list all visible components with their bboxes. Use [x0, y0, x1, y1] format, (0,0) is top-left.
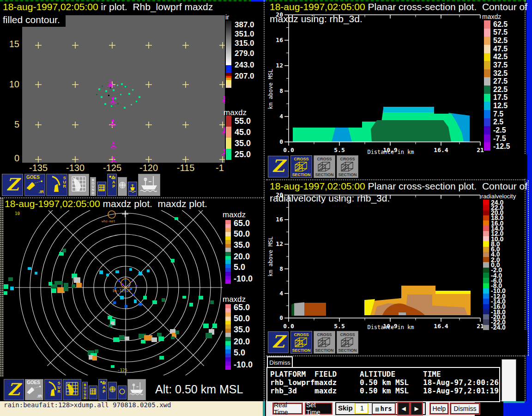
svg-text:4: 4	[279, 113, 283, 120]
svg-text:5.5: 5.5	[334, 323, 345, 330]
radar-center-annotation: b<-125-R	[113, 289, 131, 293]
real-time-button[interactable]: Real Time	[273, 404, 302, 414]
ir-colorbar-ticks: 387.0351.0315.0279.0243.0207.0	[235, 21, 264, 88]
blue-corner	[503, 401, 532, 416]
svg-text:21: 21	[477, 147, 484, 153]
toolbar-button-cross-section-icon[interactable]: CROSSSECTION	[337, 155, 358, 178]
xsec-maxdz-toolbar: ZCROSSSECTIONCROSSSECTIONCROSSSECTION	[266, 154, 527, 179]
toolbar-button-grid-icon[interactable]	[89, 385, 97, 399]
toolbar-button-cross-section-icon[interactable]: CROSSSECTION	[337, 331, 358, 354]
skip-value-input[interactable]: 1	[355, 403, 369, 414]
toolbar-button-range-rings-icon[interactable]	[118, 177, 127, 196]
radar-colorbar1	[225, 220, 231, 284]
dismiss-button[interactable]: Dismiss	[451, 404, 479, 414]
ir-map-overlay	[22, 15, 225, 163]
toolbar-button-zebra-icon[interactable]: Z	[268, 156, 289, 177]
toolbar-button-zebra-icon[interactable]: Z	[4, 379, 24, 400]
scrollbar-thumb[interactable]	[502, 359, 516, 402]
xsec-maxdz-colorbar	[484, 20, 490, 151]
ship-symbol	[221, 127, 225, 135]
radar-ppi-display: who-met 10 b<-125-R -125	[4, 210, 223, 375]
set-time-button[interactable]: Set Time	[306, 404, 332, 414]
toolbar-button-cross-section-icon[interactable]: CROSSSECTION	[290, 331, 312, 354]
altitude-readout: Alt: 0.50 km MSL	[155, 383, 243, 396]
xsec-rv-colorbar	[483, 200, 489, 330]
xsec-maxdz-title: 18-aug-1997,02:05:00 Planar cross-sectio…	[270, 1, 527, 12]
terminal-window[interactable]: rain:beaufait:128>xdump.all 970818.0205.…	[0, 401, 263, 416]
table-row: rhb_3dmaxdz0.50 km MSL18-Aug-97,2:01:19	[270, 386, 499, 395]
ir-maxdz-colorbar	[226, 116, 231, 160]
svg-text:16: 16	[276, 216, 283, 223]
svg-text:12: 12	[276, 62, 283, 69]
xsec-maxdz-colorbar-label: maxdz	[482, 13, 501, 20]
toolbar-button-goes-ir-icon[interactable]: GOES.IR	[24, 174, 45, 196]
radar-colorbar1-ticks: 65.050.035.020.05.0-10.0	[234, 220, 263, 284]
window-border	[266, 179, 525, 180]
window-border	[266, 355, 525, 356]
radar-site-annotation: who-met	[102, 220, 115, 223]
ir-colorbar-label: ir	[225, 13, 229, 21]
radar-panel-title: 18-aug-1997,02:05:00 maxdz plot. maxdz p…	[5, 198, 207, 209]
toolbar-button-cross-section-icon[interactable]: CROSSSECTION	[290, 155, 312, 178]
ship-symbol	[109, 119, 116, 127]
zebra-display: 18-aug-1997,02:05:00 ir plot. Rhb_lowprf…	[0, 0, 532, 416]
radar-lon-annotation: -125	[117, 368, 127, 373]
svg-text:0: 0	[279, 314, 283, 321]
svg-text:8: 8	[279, 87, 283, 94]
toolbar-button-bounds-icon[interactable]: BOUNDS	[90, 177, 96, 196]
svg-text:5.5: 5.5	[334, 147, 345, 153]
svg-text:16.4: 16.4	[434, 323, 448, 330]
sheet-icon	[375, 405, 380, 412]
xsec-maxdz-title-line2: maxdz using: rhb_3d.	[270, 13, 363, 24]
toolbar-button-zebra-icon[interactable]: Z	[2, 174, 23, 196]
toolbar-button-buoy-icon[interactable]	[128, 182, 137, 196]
toolbar-button-radar-grid-icon[interactable]	[68, 174, 89, 196]
toolbar-button-surveillance-icon[interactable]: SUR	[46, 174, 67, 196]
toolbar-button-grid-icon[interactable]	[97, 182, 106, 196]
svg-text:16: 16	[276, 37, 283, 43]
xsec-rv-ylabel: km above MSL	[267, 237, 274, 277]
toolbar-button-cross-section-icon[interactable]: CROSSSECTION	[314, 155, 335, 178]
ir-colorbar	[226, 21, 231, 88]
svg-text:10.9: 10.9	[383, 323, 397, 330]
teal-strip	[503, 401, 525, 403]
xsec-maxdz-colorbar-ticks: 62.557.552.547.542.537.532.527.522.517.5…	[493, 20, 526, 151]
toolbar-button-ship-icon[interactable]	[127, 379, 146, 400]
radar-colorbar2-ticks: 65.050.035.020.05.0-10.0	[234, 304, 263, 370]
ir-panel-title-line2: filled contour.	[3, 14, 66, 27]
toolbar-button-zebra-icon[interactable]: Z	[268, 331, 289, 353]
xsec-rv-toolbar: ZCROSSSECTIONCROSSSECTIONCROSSSECTION	[266, 330, 527, 355]
toolbar-button-range-rings-icon[interactable]	[108, 382, 117, 399]
svg-text:16.4: 16.4	[434, 147, 448, 153]
ship-symbol	[221, 96, 225, 103]
xsec-rv-title-line2: radialvelocity using: rhb_3d.	[270, 193, 390, 204]
help-button[interactable]: Help	[430, 404, 448, 414]
svg-text:12: 12	[276, 240, 283, 247]
platform-info-table: PLATFORMFIELDALTITUDETIME rhb_lowprfmaxd…	[266, 367, 500, 402]
ship-symbol	[107, 80, 114, 87]
toolbar-button-cross-section-icon[interactable]: CROSSSECTION	[314, 331, 335, 354]
toolbar-button-bounds-icon[interactable]: BOUNDS	[82, 382, 88, 399]
terminal-prompt-line: rain:beaufait:128>xdump.all 970818.0205.…	[4, 401, 171, 409]
skip-label: Skip	[338, 404, 353, 412]
radar-range-annotation: 10	[15, 211, 20, 216]
toolbar-button-circle-icon[interactable]	[118, 385, 127, 399]
svg-text:4: 4	[279, 290, 283, 297]
ir-panel-toolbar: ZGOES.IRSURBOUNDSMAP	[0, 172, 264, 197]
ship-symbol	[110, 141, 117, 149]
step-forward-button[interactable]	[411, 403, 422, 415]
toolbar-button-ship-icon[interactable]	[138, 174, 160, 196]
table-row: rhb_lowprfmaxdz0.50 km MSL18-Aug-97,2:00…	[270, 378, 499, 387]
toolbar-button-surveillance-icon[interactable]: SUR	[44, 379, 62, 400]
toolbar-button-goes-ir-icon[interactable]: GOES.IR	[25, 379, 43, 400]
toolbar-button-map-icon[interactable]: MAP	[98, 379, 107, 400]
window-resize-handle[interactable]	[528, 180, 529, 356]
toolbar-button-map-icon[interactable]: MAP	[107, 174, 117, 196]
radar-colorbar2	[225, 304, 231, 370]
svg-text:0.0: 0.0	[283, 323, 294, 330]
hrs-button[interactable]: hrs	[372, 403, 395, 414]
step-back-button[interactable]	[398, 403, 409, 415]
toolbar-button-radar-grid-icon[interactable]	[63, 379, 81, 400]
svg-text:0: 0	[279, 138, 283, 145]
xsec-rv-colorbar-ticks: 24.022.020.018.016.014.012.010.08.06.04.…	[491, 200, 526, 330]
